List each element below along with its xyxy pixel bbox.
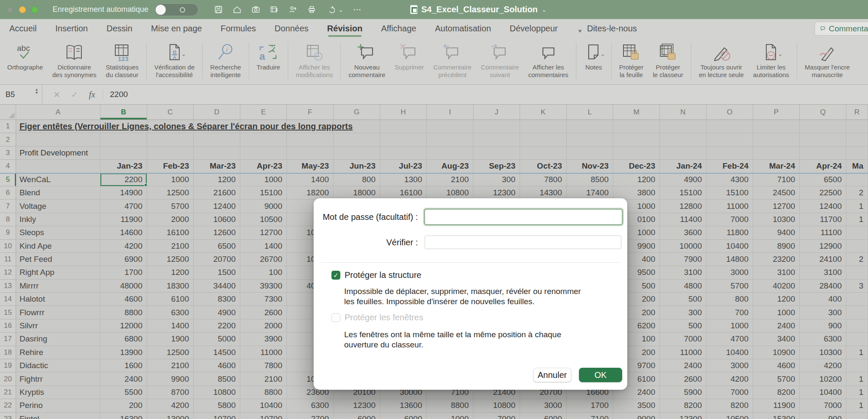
cell-L1[interactable] (567, 120, 613, 133)
row-header-16[interactable]: 16 (0, 319, 16, 333)
cell-Q2[interactable] (800, 133, 846, 146)
cell-G3[interactable] (334, 147, 380, 160)
tab-accueil[interactable]: Accueil (9, 19, 36, 38)
cell-K4[interactable]: Oct-23 (520, 160, 567, 173)
tab-formules[interactable]: Formules (220, 19, 256, 38)
cell-I3[interactable] (427, 147, 473, 160)
cell-N19[interactable]: 2400 (660, 359, 707, 372)
cell-E8[interactable]: 10500 (240, 213, 287, 226)
col-header-R[interactable]: R (846, 105, 868, 120)
cell-L6[interactable]: 17400 (567, 186, 613, 200)
cell-K22[interactable]: 3000 (520, 399, 567, 412)
cell-B5[interactable]: 2200 (100, 173, 147, 186)
cell-C21[interactable]: 8700 (147, 386, 194, 399)
cell-Q21[interactable]: 10400 (800, 386, 846, 399)
cell-D21[interactable]: 10800 (194, 386, 240, 399)
row-header-21[interactable]: 21 (0, 386, 16, 399)
restrict-permissions-button[interactable]: ⌄Limiter lesautorisations (748, 38, 794, 84)
cell-H2[interactable] (380, 133, 427, 146)
cell-F22[interactable]: 6300 (287, 399, 334, 412)
cell-O1[interactable] (707, 120, 753, 133)
password-input[interactable] (424, 208, 623, 225)
protect-structure-checkbox[interactable]: ✓ (331, 271, 340, 280)
cell-Q6[interactable]: 22500 (800, 186, 846, 200)
tab-dites-le-nous[interactable]: Dites-le-nous (576, 19, 637, 38)
cell-I23[interactable]: 1000 (427, 413, 473, 419)
cell-P13[interactable]: 40200 (753, 280, 800, 293)
tab-mise-en-page[interactable]: Mise en page (151, 19, 202, 38)
cell-R21[interactable]: 1 (846, 386, 868, 399)
cell-O13[interactable]: 5700 (707, 280, 753, 293)
cell-J6[interactable]: 12300 (473, 186, 520, 200)
cell-J22[interactable]: 10800 (473, 399, 520, 412)
cell-J1[interactable] (473, 120, 520, 133)
cell-B4[interactable]: Jan-23 (100, 160, 147, 173)
cell-P18[interactable]: 10900 (753, 346, 800, 359)
col-header-K[interactable]: K (520, 105, 567, 120)
cell-N11[interactable]: 7900 (660, 253, 707, 266)
col-header-M[interactable]: M (613, 105, 660, 120)
cell-R20[interactable]: 1 (846, 372, 868, 386)
cell-P14[interactable]: 1200 (753, 293, 800, 306)
cell-N4[interactable]: Jan-24 (660, 160, 707, 173)
confirm-entry-icon[interactable]: ✓ (71, 90, 78, 100)
cell-R18[interactable]: 1 (846, 346, 868, 359)
cell-H4[interactable]: Jul-23 (380, 160, 427, 173)
cell-D23[interactable]: 10700 (194, 413, 240, 419)
cell-P12[interactable]: 3100 (753, 266, 800, 279)
home-icon[interactable] (232, 5, 242, 14)
cell-P8[interactable]: 10300 (753, 213, 800, 226)
new-comment-button[interactable]: Nouveaucommentaire (344, 38, 390, 84)
cell-K2[interactable] (520, 133, 567, 146)
cell-R16[interactable] (846, 319, 868, 333)
cell-N15[interactable]: 300 (660, 306, 707, 319)
row-header-5[interactable]: 5 (0, 173, 16, 186)
cancel-button[interactable]: Annuler (533, 368, 571, 382)
cell-M3[interactable] (613, 147, 660, 160)
camera-icon[interactable] (251, 5, 260, 14)
cell-B19[interactable]: 1600 (100, 359, 147, 372)
cell-C3[interactable] (147, 147, 194, 160)
cell-K5[interactable]: 7800 (520, 173, 567, 186)
cell-A22[interactable]: Perino (16, 399, 100, 412)
insert-function-icon[interactable]: fx (89, 90, 95, 100)
cell-G4[interactable]: Jun-23 (334, 160, 380, 173)
cell-N2[interactable] (660, 133, 707, 146)
cell-B2[interactable] (100, 133, 147, 146)
cell-D19[interactable]: 4600 (194, 359, 240, 372)
cell-O4[interactable]: Feb-24 (707, 160, 753, 173)
cell-R17[interactable] (846, 333, 868, 346)
cell-C19[interactable]: 2100 (147, 359, 194, 372)
cell-C22[interactable]: 4200 (147, 399, 194, 412)
cell-B7[interactable]: 4700 (100, 200, 147, 213)
cell-E11[interactable]: 26700 (240, 253, 287, 266)
cell-N13[interactable]: 4800 (660, 280, 707, 293)
cell-E18[interactable]: 11000 (240, 346, 287, 359)
cell-A13[interactable]: Mirrrr (16, 280, 100, 293)
cell-G5[interactable]: 800 (334, 173, 380, 186)
save-icon[interactable] (214, 5, 223, 14)
col-header-P[interactable]: P (753, 105, 800, 120)
cell-Q1[interactable] (800, 120, 846, 133)
cell-B10[interactable]: 4200 (100, 240, 147, 253)
cell-P23[interactable]: 15300 (753, 413, 800, 419)
cell-E17[interactable]: 3900 (240, 333, 287, 346)
cell-O6[interactable]: 15100 (707, 186, 753, 200)
cell-I5[interactable]: 2100 (427, 173, 473, 186)
cell-P19[interactable]: 4600 (753, 359, 800, 372)
cell-Q9[interactable]: 11100 (800, 226, 846, 239)
cell-R2[interactable] (846, 133, 868, 146)
cell-A23[interactable]: Fintel (16, 413, 100, 419)
undo-icon[interactable] (326, 5, 335, 14)
cell-Q22[interactable]: 7000 (800, 399, 846, 412)
cell-A16[interactable]: Silvrr (16, 319, 100, 333)
row-header-4[interactable]: 4 (0, 160, 16, 173)
cell-N8[interactable]: 11400 (660, 213, 707, 226)
more-icon[interactable] (353, 5, 362, 14)
cell-C17[interactable]: 1900 (147, 333, 194, 346)
row-header-10[interactable]: 10 (0, 240, 16, 253)
cell-R9[interactable] (846, 226, 868, 239)
cell-A7[interactable]: Voltage (16, 200, 100, 213)
cell-C8[interactable]: 2000 (147, 213, 194, 226)
cell-H6[interactable]: 16100 (380, 186, 427, 200)
